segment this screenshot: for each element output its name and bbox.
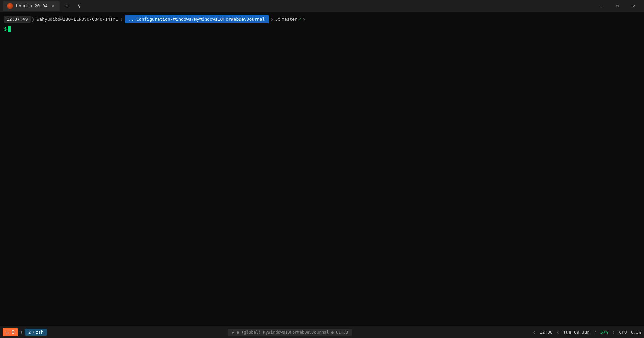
battery-pct: 57%: [600, 330, 608, 335]
new-tab-button[interactable]: +: [62, 1, 72, 11]
arrow-4: ❯: [303, 16, 305, 23]
cursor: [8, 26, 11, 32]
cpu-pct: 0.3%: [631, 330, 641, 335]
maximize-button[interactable]: ❐: [610, 0, 625, 12]
chevron-left-date: ❮: [557, 330, 559, 335]
chevron-left-cpu: ❮: [612, 330, 615, 335]
time-status: 12:38: [540, 330, 553, 335]
git-icon: ⎇: [274, 16, 282, 23]
date-status: Tue 09 Jun: [563, 330, 590, 335]
status-center: ▶ ● (global) MyWindows10ForWebDevJournal…: [47, 329, 533, 336]
git-status: ✓: [297, 16, 303, 23]
git-branch: master: [282, 16, 297, 23]
status-right: ❮ 12:38 ❮ Tue 09 Jun ? 57% ❮ CPU 0.3%: [533, 330, 641, 335]
dropdown-button[interactable]: ∨: [75, 1, 84, 11]
window-icon: □: [6, 331, 8, 335]
chevron-left-battery: ?: [594, 330, 596, 335]
status-left: □ 0 ❯ 2 ❯ zsh: [3, 328, 47, 336]
minimize-button[interactable]: —: [594, 0, 609, 12]
ubuntu-logo: [7, 3, 13, 9]
tab-ubuntu[interactable]: Ubuntu-20.04 ✕: [3, 1, 60, 11]
path-display: ...Configuration/Windows/MyWindows10ForW…: [125, 15, 269, 23]
window-indicator[interactable]: □ 0: [3, 328, 18, 336]
prompt-line: 12:37:49 ❯ wahyudibo@IBO-LENOVO-C340-14I…: [4, 15, 640, 24]
arrow-3: ❯: [270, 16, 274, 23]
tab-close-button[interactable]: ✕: [50, 3, 56, 9]
tab-title: Ubuntu-20.04: [16, 3, 48, 8]
cpu-label: CPU: [619, 330, 627, 335]
chevron-left-time: ❮: [533, 330, 536, 335]
window-num: 0: [11, 329, 15, 335]
center-info: ▶ ● (global) MyWindows10ForWebDevJournal…: [228, 329, 352, 336]
title-bar-left: Ubuntu-20.04 ✕ + ∨: [3, 1, 594, 11]
terminal-area[interactable]: 12:37:49 ❯ wahyudibo@IBO-LENOVO-C340-14I…: [0, 12, 644, 326]
prompt-dollar: $: [4, 26, 7, 32]
chevron-right-pane: ❯: [32, 330, 35, 334]
time-display: 12:37:49: [4, 16, 31, 23]
arrow-2: ❯: [119, 16, 123, 23]
title-bar: Ubuntu-20.04 ✕ + ∨ — ❐ ✕: [0, 0, 644, 12]
pane-indicator[interactable]: 2 ❯ zsh: [25, 329, 47, 336]
center-text: ▶ ● (global) MyWindows10ForWebDevJournal…: [232, 330, 348, 335]
status-bar: □ 0 ❯ 2 ❯ zsh ▶ ● (global) MyWindows10Fo…: [0, 326, 644, 338]
prompt-row-2: $: [0, 25, 644, 32]
prompt-row-1: 12:37:49 ❯ wahyudibo@IBO-LENOVO-C340-14I…: [0, 13, 644, 25]
pane-num: 2: [28, 330, 31, 335]
window-controls: — ❐ ✕: [594, 0, 641, 12]
chevron-left-1: ❯: [20, 330, 23, 335]
ubuntu-icon: [7, 3, 13, 9]
close-button[interactable]: ✕: [626, 0, 641, 12]
arrow-1: ❯: [31, 16, 36, 23]
shell-label: zsh: [36, 330, 43, 335]
user-host-display: wahyudibo@IBO-LENOVO-C340-14IML: [35, 16, 119, 23]
